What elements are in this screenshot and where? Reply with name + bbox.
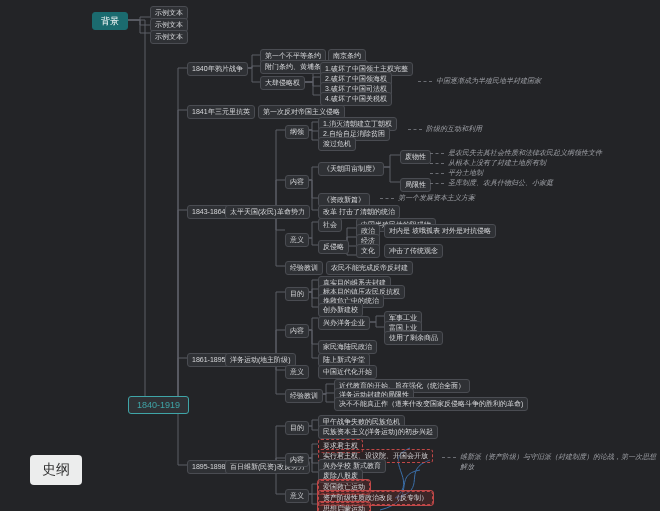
tp-y-cul-v[interactable]: 冲击了传统观念 xyxy=(384,244,443,258)
taiping-year[interactable]: 1843-1864 xyxy=(187,205,230,219)
yw-c1[interactable]: 兴办洋务企业 xyxy=(318,316,370,330)
yw-c1c[interactable]: 使用了剩余商品 xyxy=(384,331,443,345)
yw-yiyi[interactable]: 意义 xyxy=(285,365,309,379)
sample-3[interactable]: 示例文本 xyxy=(150,30,188,44)
taiping-title[interactable]: 太平天国(农民)革命势力 xyxy=(225,205,310,219)
wx-y3[interactable]: 思想启蒙运动 xyxy=(318,502,370,511)
yw-content[interactable]: 内容 xyxy=(285,324,309,338)
wx-a2[interactable]: 民族资本主义(洋务运动)的初步兴起 xyxy=(318,425,438,439)
tp-tian[interactable]: 《天朝田亩制度》 xyxy=(318,162,384,176)
tp-yiyi[interactable]: 意义 xyxy=(285,233,309,247)
yw-year[interactable]: 1861-1895 xyxy=(187,353,230,367)
yw-yiyi-t[interactable]: 中国近代化开始 xyxy=(318,365,377,379)
opium-sub[interactable]: 大肆侵略权 xyxy=(260,76,305,90)
yw-c4[interactable]: 创办新建校 xyxy=(318,303,363,317)
tp-aim-note: 阶级的互动和利用 xyxy=(426,124,482,134)
tp-zixin-note: 第一个发展资本主义方案 xyxy=(398,193,475,203)
tp-tn2: 从根本上没有了封建土地所有制 xyxy=(448,158,546,168)
opium-year[interactable]: 1840年鸦片战争 xyxy=(187,62,248,76)
root-node[interactable]: 背景 xyxy=(92,12,128,30)
yw-lesson[interactable]: 经验教训 xyxy=(285,389,323,403)
tp-tn1: 是农民失去其社会性质和法律农民起义纲领性文件 xyxy=(448,148,602,158)
tp-content[interactable]: 内容 xyxy=(285,175,309,189)
tp-tian-s2[interactable]: 局限性 xyxy=(400,178,431,192)
tp-y-soc-k[interactable]: 社会 xyxy=(318,218,342,232)
yw-l3[interactable]: 决不不能真正作（道来什改变国家反侵略斗争的胜利的革命) xyxy=(334,397,528,411)
tp-y-cul-k[interactable]: 文化 xyxy=(356,244,380,258)
opium-note: 中国逐渐成为半殖民地半封建国家 xyxy=(436,76,541,86)
wx-year[interactable]: 1895-1898 xyxy=(187,460,230,474)
opium-i4[interactable]: 4.破坏了中国关税权 xyxy=(320,92,392,106)
wx-content[interactable]: 内容 xyxy=(285,453,309,467)
tp-y-pol-v[interactable]: 对内是 坡哦孤表 对外是对抗侵略 xyxy=(384,224,496,238)
wx-yiyi[interactable]: 意义 xyxy=(285,489,309,503)
mindmap-canvas[interactable]: { "badge": "史纲", "root": "背景", "era": "1… xyxy=(0,0,660,511)
tp-tian-s1[interactable]: 废物性 xyxy=(400,150,431,164)
tp-lesson-t[interactable]: 农民不能完成反帝反封建 xyxy=(326,261,413,275)
wx-aim[interactable]: 目的 xyxy=(285,421,309,435)
yw-aim[interactable]: 目的 xyxy=(285,287,309,301)
yw-s1[interactable]: 家民海陆民政治 xyxy=(318,340,377,354)
tp-y-fk[interactable]: 反侵略 xyxy=(318,240,349,254)
tp-tn4: 圣库制度、农具什物归公、小家庭 xyxy=(448,178,553,188)
tp-tn3: 平分土地制 xyxy=(448,168,483,178)
wx-note: 维新派（资产阶级）与守旧派（封建制度）的论战，第一次思想解放 xyxy=(460,452,660,472)
era-node[interactable]: 1840-1919 xyxy=(128,396,189,414)
rebel-year[interactable]: 1841年三元里抗英 xyxy=(187,105,255,119)
tp-aim-3[interactable]: 渡过危机 xyxy=(318,137,356,151)
tp-aim[interactable]: 纲领 xyxy=(285,125,309,139)
tp-lesson[interactable]: 经验教训 xyxy=(285,261,323,275)
tp-gaige[interactable]: 改革 打击了清朝的统治 xyxy=(318,205,400,219)
title-badge: 史纲 xyxy=(30,455,82,485)
